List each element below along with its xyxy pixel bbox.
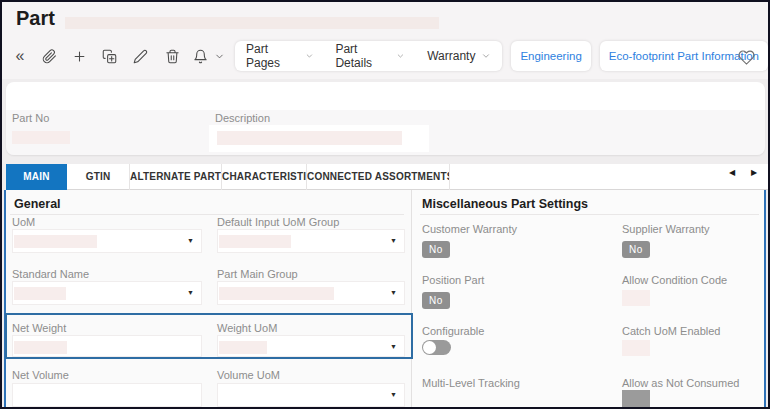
default-input-uom-group-value-redacted	[219, 235, 291, 248]
edit-icon[interactable]	[129, 45, 151, 67]
uom-value-redacted	[14, 235, 97, 248]
standard-name-dropdown[interactable]: ▼	[12, 281, 202, 305]
part-main-group-value-redacted	[219, 287, 334, 300]
attachment-icon[interactable]	[38, 45, 60, 67]
standard-name-label: Standard Name	[12, 268, 89, 280]
general-divider	[10, 214, 404, 215]
catch-uom-enabled-value-redacted	[622, 340, 650, 356]
supplier-warranty-label: Supplier Warranty	[622, 223, 710, 235]
page-title: Part	[16, 7, 55, 30]
menu-warranty-label: Warranty	[427, 49, 475, 63]
chevron-down-icon	[481, 51, 491, 61]
part-main-group-dropdown[interactable]: ▼	[217, 281, 405, 305]
collapse-left-icon[interactable]: «	[9, 45, 31, 67]
menu-part-details-label: Part Details	[335, 42, 390, 70]
card-top-strip	[6, 82, 765, 110]
position-part-label: Position Part	[422, 274, 484, 286]
allow-condition-code-label: Allow Condition Code	[622, 274, 727, 286]
allow-condition-code-value-redacted	[622, 290, 650, 306]
content-right-edge	[764, 190, 766, 409]
multi-level-tracking-label: Multi-Level Tracking	[422, 377, 520, 389]
menu-group: Part Pages Part Details Warranty	[235, 41, 502, 71]
dropdown-arrow-icon[interactable]: ▼	[390, 391, 397, 398]
net-weight-input[interactable]	[12, 335, 202, 357]
standard-name-value-redacted	[14, 287, 66, 300]
allow-as-not-consumed-value-redacted	[622, 390, 650, 408]
menu-part-pages[interactable]: Part Pages	[235, 42, 324, 70]
weight-uom-label: Weight UoM	[217, 322, 277, 334]
dropdown-arrow-icon[interactable]: ▼	[390, 237, 397, 244]
favorite-heart-icon[interactable]	[735, 46, 757, 68]
position-part-badge: No	[422, 290, 450, 309]
chevron-down-icon	[305, 51, 314, 61]
allow-as-not-consumed-label: Allow as Not Consumed	[622, 377, 739, 389]
tab-gtin[interactable]: GTIN	[67, 164, 130, 190]
net-weight-value-redacted	[14, 341, 67, 354]
duplicate-icon[interactable]	[98, 45, 120, 67]
volume-uom-label: Volume UoM	[217, 369, 280, 381]
dropdown-arrow-icon[interactable]: ▼	[187, 289, 194, 296]
add-icon[interactable]	[68, 45, 90, 67]
tab-scroll-left-icon[interactable]: ◀	[729, 169, 735, 177]
misc-divider	[420, 214, 759, 215]
tab-scroll-right-icon[interactable]: ▶	[751, 169, 757, 177]
uom-dropdown[interactable]: ▼	[12, 229, 202, 253]
toolbar-pill-row: Part Pages Part Details Warranty Enginee…	[235, 41, 768, 71]
delete-icon[interactable]	[161, 45, 183, 67]
tab-main[interactable]: MAIN	[6, 164, 67, 190]
page-title-context-redacted	[65, 17, 439, 29]
description-label: Description	[215, 112, 270, 124]
general-section-title: General	[14, 197, 61, 211]
menu-warranty[interactable]: Warranty	[416, 49, 502, 63]
dropdown-arrow-icon[interactable]: ▼	[390, 343, 397, 350]
engineering-button[interactable]: Engineering	[511, 41, 590, 71]
default-input-uom-group-label: Default Input UoM Group	[217, 216, 339, 228]
tab-alternate-parts[interactable]: ALTERNATE PARTS	[130, 164, 222, 190]
description-value-redacted	[217, 131, 402, 145]
tab-connected-assortments[interactable]: CONNECTED ASSORTMENTS	[307, 164, 450, 190]
part-no-label: Part No	[12, 112, 49, 124]
tab-characteristics[interactable]: CHARACTERISTICS	[222, 164, 307, 190]
net-volume-input[interactable]	[12, 383, 202, 407]
customer-warranty-badge: No	[422, 239, 450, 258]
net-volume-label: Net Volume	[12, 369, 69, 381]
volume-uom-dropdown[interactable]: ▼	[217, 383, 405, 407]
part-no-value-redacted	[12, 131, 70, 144]
tab-strip: MAIN GTIN ALTERNATE PARTS CHARACTERISTIC…	[6, 164, 768, 190]
part-page-window: Part « Part Pages Part Details	[0, 0, 770, 409]
supplier-warranty-badge: No	[622, 239, 650, 258]
catch-uom-enabled-label: Catch UoM Enabled	[622, 325, 720, 337]
configurable-toggle[interactable]	[422, 340, 451, 355]
dropdown-arrow-icon[interactable]: ▼	[187, 237, 194, 244]
weight-uom-value-redacted	[219, 341, 267, 354]
menu-part-details[interactable]: Part Details	[324, 42, 416, 70]
part-main-group-label: Part Main Group	[217, 268, 298, 280]
default-input-uom-group-dropdown[interactable]: ▼	[217, 229, 405, 253]
configurable-label: Configurable	[422, 325, 484, 337]
weight-uom-dropdown[interactable]: ▼	[217, 335, 405, 357]
dropdown-arrow-icon[interactable]: ▼	[390, 289, 397, 296]
more-dropdown-icon[interactable]	[208, 45, 230, 67]
uom-label: UoM	[12, 216, 35, 228]
misc-section-title: Miscellaneous Part Settings	[422, 197, 588, 211]
chevron-down-icon	[396, 51, 405, 61]
customer-warranty-label: Customer Warranty	[422, 223, 517, 235]
net-weight-label: Net Weight	[12, 322, 66, 334]
menu-part-pages-label: Part Pages	[246, 42, 299, 70]
